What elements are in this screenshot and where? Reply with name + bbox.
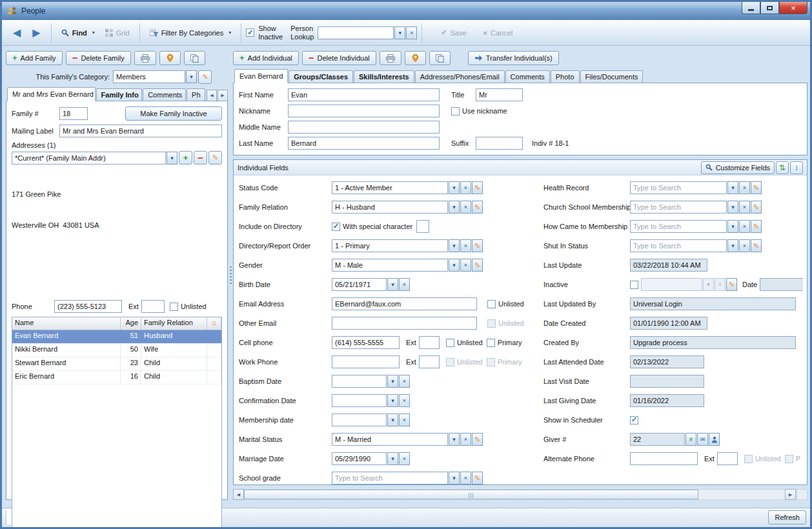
shut-in-status-combo[interactable]: Type to Search <box>630 239 727 252</box>
tab-addresses-phones-email[interactable]: Addresses/Phones/Email <box>415 70 505 83</box>
clear-icon[interactable]: × <box>715 278 726 291</box>
dropdown-icon[interactable]: ▾ <box>387 278 398 291</box>
special-character-checkbox[interactable] <box>332 223 340 231</box>
work-primary-checkbox[interactable] <box>487 358 495 366</box>
tab-family-info[interactable]: Family Info <box>96 88 143 101</box>
clear-icon[interactable]: × <box>739 181 750 194</box>
delete-family-button[interactable]: −Delete Family <box>66 51 131 65</box>
add-family-button[interactable]: +Add Family <box>6 51 63 65</box>
edit-icon[interactable]: ✎ <box>726 278 737 291</box>
alternate-phone-field[interactable] <box>630 452 698 465</box>
delete-address-button[interactable]: − <box>194 151 207 165</box>
family-phone-field[interactable]: (223) 555-5123 <box>54 300 122 313</box>
tab-photo[interactable]: Photo <box>551 70 580 83</box>
clear-icon[interactable]: × <box>460 259 471 272</box>
edit-address-button[interactable]: ✎ <box>208 151 222 165</box>
dropdown-icon[interactable]: ▾ <box>449 239 460 252</box>
envelope-icon[interactable]: ✉ <box>697 433 708 446</box>
back-arrow-icon[interactable]: ◀ <box>7 26 26 39</box>
middle-name-field[interactable] <box>288 121 440 134</box>
church-school-membership-combo[interactable]: Type to Search <box>630 201 727 214</box>
clear-icon[interactable]: × <box>460 433 471 446</box>
giving-icon[interactable]: # <box>685 433 696 446</box>
tab-files-documents[interactable]: Files/Documents <box>580 70 644 83</box>
marital-status-combo[interactable]: M - Married <box>332 433 448 446</box>
directory-report-order-combo[interactable]: 1 - Primary <box>332 239 448 252</box>
table-row[interactable]: Stewart Bernard 23 Child <box>12 357 221 371</box>
address-combo[interactable]: *Current* (Family Main Addr) <box>12 152 166 165</box>
work-unlisted-checkbox[interactable] <box>446 358 454 366</box>
print-family-button[interactable] <box>134 51 156 65</box>
baptism-date-field[interactable] <box>332 375 387 388</box>
special-character-field[interactable] <box>416 220 429 233</box>
scroll-right-icon[interactable]: ▶ <box>785 489 796 500</box>
school-grade-combo[interactable]: Type to Search <box>332 472 448 484</box>
gender-combo[interactable]: M - Male <box>332 259 448 272</box>
tab-scroll-left-icon[interactable]: ◀ <box>207 90 217 101</box>
scrollbar-thumb[interactable] <box>244 490 698 499</box>
tab-individual-name[interactable]: Evan Bernard <box>234 69 288 83</box>
clear-icon[interactable]: × <box>399 278 410 291</box>
tab-family-comments[interactable]: Comments <box>143 88 186 101</box>
email-address-field[interactable]: EBernard@faux.com <box>332 297 477 310</box>
edit-category-button[interactable]: ✎ <box>198 70 212 84</box>
scroll-left-icon[interactable]: ◀ <box>233 489 244 500</box>
marriage-date-field[interactable]: 05/29/1990 <box>332 452 387 465</box>
save-button[interactable]: ✓ Save <box>436 26 471 39</box>
alternate-phone-ext-field[interactable] <box>717 452 738 465</box>
clear-icon[interactable]: × <box>460 181 471 194</box>
title-bar[interactable]: People × <box>2 2 810 20</box>
grid-button[interactable]: Grid <box>100 27 135 39</box>
copy-individual-button[interactable] <box>429 51 451 65</box>
other-email-field[interactable] <box>332 317 477 330</box>
dropdown-icon[interactable]: ▾ <box>703 278 714 291</box>
delete-individual-button[interactable]: −Delete Individual <box>302 51 376 65</box>
tab-family-photo[interactable]: Ph <box>187 88 205 101</box>
dropdown-icon[interactable]: ▾ <box>387 452 398 465</box>
inactive-checkbox[interactable] <box>630 281 638 289</box>
title-field[interactable]: Mr <box>476 88 523 101</box>
work-phone-ext-field[interactable] <box>419 355 440 368</box>
print-individual-button[interactable] <box>380 51 401 65</box>
column-header-relation[interactable]: Family Relation <box>141 317 207 330</box>
first-name-field[interactable]: Evan <box>288 88 440 101</box>
use-nickname-checkbox[interactable] <box>451 107 460 115</box>
dropdown-icon[interactable]: ▾ <box>449 259 460 272</box>
clear-icon[interactable]: × <box>460 201 471 214</box>
edit-icon[interactable]: ✎ <box>472 472 483 484</box>
maximize-button[interactable] <box>760 2 779 14</box>
dropdown-icon[interactable]: ▾ <box>387 394 398 407</box>
mailing-label-field[interactable]: Mr and Mrs Evan Bernard <box>59 125 222 137</box>
sort-fields-icon[interactable]: ⇅ <box>776 161 789 174</box>
cell-primary-checkbox[interactable] <box>487 339 495 347</box>
dropdown-icon[interactable]: ▾ <box>394 26 405 39</box>
reorder-fields-icon[interactable]: ↕ <box>790 161 803 174</box>
status-code-combo[interactable]: 1 - Active Member <box>332 181 448 194</box>
edit-icon[interactable]: ✎ <box>751 201 762 214</box>
dropdown-icon[interactable]: ▾ <box>727 239 738 252</box>
filter-by-categories-button[interactable]: Filter By Categories ▾ <box>145 27 237 39</box>
find-button[interactable]: Find ▾ <box>56 27 100 39</box>
inactive-date-field[interactable] <box>760 278 803 291</box>
map-individual-button[interactable] <box>405 51 426 65</box>
add-individual-button[interactable]: +Add Individual <box>233 51 299 65</box>
work-phone-field[interactable] <box>332 355 400 368</box>
cell-unlisted-checkbox[interactable] <box>446 339 454 347</box>
alternate-primary-checkbox[interactable] <box>785 455 793 463</box>
birth-date-field[interactable]: 05/21/1971 <box>332 278 387 291</box>
column-header-name[interactable]: Name <box>12 317 121 330</box>
edit-icon[interactable]: ✎ <box>751 220 762 233</box>
how-came-to-membership-combo[interactable]: Type to Search <box>630 220 727 233</box>
person-icon[interactable] <box>709 433 720 446</box>
suffix-field[interactable] <box>476 137 523 150</box>
clear-icon[interactable]: × <box>739 220 750 233</box>
clear-icon[interactable]: × <box>399 414 410 426</box>
minimize-button[interactable] <box>742 2 760 14</box>
edit-icon[interactable]: ✎ <box>472 239 483 252</box>
email-unlisted-checkbox[interactable] <box>487 300 496 308</box>
make-family-inactive-button[interactable]: Make Family Inactive <box>125 106 222 121</box>
clear-icon[interactable]: × <box>399 394 410 407</box>
tab-family-name[interactable]: Mr and Mrs Evan Bernard <box>7 87 96 101</box>
table-row[interactable]: Nikki Bernard 50 Wife <box>12 344 221 357</box>
dropdown-icon[interactable]: ▾ <box>449 201 460 214</box>
